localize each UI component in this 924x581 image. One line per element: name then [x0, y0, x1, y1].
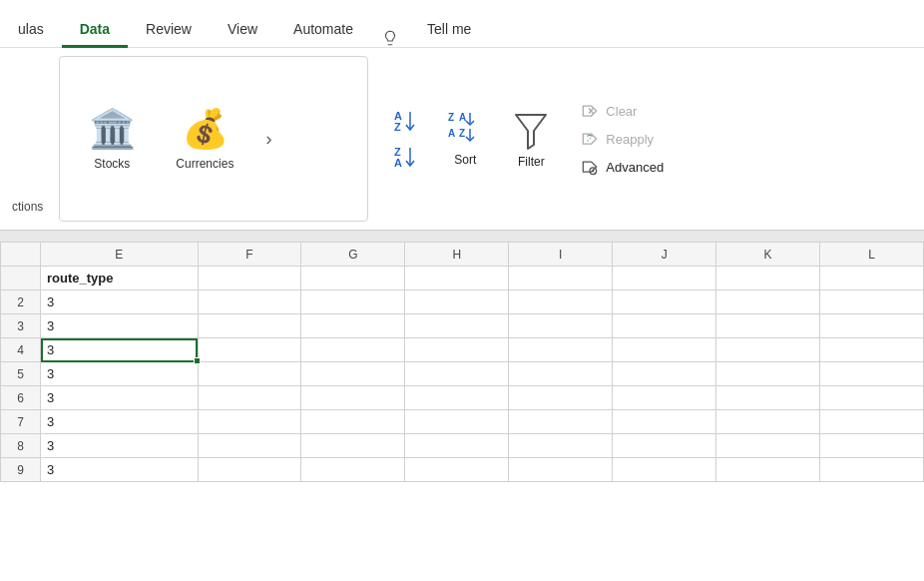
cell-5-7[interactable]	[820, 362, 924, 386]
cell-8-4[interactable]	[509, 434, 613, 458]
tab-tellme[interactable]: Tell me	[409, 11, 489, 47]
row-header-3: 3	[1, 314, 41, 338]
cell-5-2[interactable]	[301, 362, 405, 386]
cell-4-5[interactable]	[613, 338, 716, 362]
cell-3-5[interactable]	[613, 314, 716, 338]
svg-text:Z: Z	[448, 112, 454, 123]
cell-3-4[interactable]	[509, 314, 613, 338]
cell-9-3[interactable]	[405, 458, 509, 482]
cell-8-2[interactable]	[301, 434, 405, 458]
tab-review[interactable]: Review	[128, 11, 210, 47]
cell-2-7[interactable]	[820, 290, 924, 314]
cell-2-3[interactable]	[405, 290, 509, 314]
cell-6-3[interactable]	[405, 386, 509, 410]
cell-7-2[interactable]	[301, 410, 405, 434]
cell-9-7[interactable]	[820, 458, 924, 482]
cell-3-2[interactable]	[301, 314, 405, 338]
cell-5-5[interactable]	[613, 362, 716, 386]
cell-9-5[interactable]	[613, 458, 716, 482]
cell-2-0[interactable]: 3	[41, 290, 199, 314]
col-header-i[interactable]: I	[509, 243, 613, 267]
cell-8-1[interactable]	[198, 434, 301, 458]
cell-7-7[interactable]	[820, 410, 924, 434]
cell-header-3[interactable]	[405, 267, 509, 290]
col-header-f[interactable]: F	[198, 243, 301, 267]
fill-handle[interactable]	[194, 357, 201, 364]
cell-4-1[interactable]	[198, 338, 301, 362]
cell-9-1[interactable]	[198, 458, 301, 482]
tab-automate[interactable]: Automate	[275, 11, 371, 47]
cell-5-4[interactable]	[509, 362, 613, 386]
filter-button[interactable]: Filter	[500, 99, 562, 179]
cell-header-5[interactable]	[613, 267, 716, 290]
cell-8-6[interactable]	[716, 434, 820, 458]
cell-4-7[interactable]	[820, 338, 924, 362]
clear-button[interactable]: Clear	[574, 99, 670, 123]
sort-button[interactable]: Z A A Z Sort	[438, 99, 492, 179]
cell-header-2[interactable]	[301, 267, 405, 290]
cell-3-0[interactable]: 3	[41, 314, 199, 338]
advanced-button[interactable]: Advanced	[574, 155, 670, 179]
col-header-k[interactable]: K	[716, 243, 820, 267]
cell-header-7[interactable]	[820, 267, 924, 290]
cell-8-3[interactable]	[405, 434, 509, 458]
cell-9-0[interactable]: 3	[41, 458, 199, 482]
cell-7-5[interactable]	[613, 410, 716, 434]
col-header-l[interactable]: L	[820, 243, 924, 267]
cell-4-6[interactable]	[716, 338, 820, 362]
cell-3-7[interactable]	[820, 314, 924, 338]
cell-3-6[interactable]	[716, 314, 820, 338]
cell-9-6[interactable]	[716, 458, 820, 482]
cell-2-1[interactable]	[198, 290, 301, 314]
cell-5-3[interactable]	[405, 362, 509, 386]
col-header-h[interactable]: H	[405, 243, 509, 267]
sort-za-button[interactable]: Z A	[388, 141, 430, 173]
cell-header-6[interactable]	[716, 267, 820, 290]
cell-2-5[interactable]	[613, 290, 716, 314]
currencies-button[interactable]: 💰 Currencies	[160, 99, 249, 179]
cell-4-0[interactable]: 3	[41, 338, 199, 362]
sort-az-button[interactable]: A Z	[388, 105, 430, 137]
cell-5-6[interactable]	[716, 362, 820, 386]
cell-7-1[interactable]	[198, 410, 301, 434]
cell-6-6[interactable]	[716, 386, 820, 410]
cell-6-7[interactable]	[820, 386, 924, 410]
tab-data[interactable]: Data	[62, 11, 128, 47]
cell-8-0[interactable]: 3	[41, 434, 199, 458]
tab-view[interactable]: View	[210, 11, 275, 47]
cell-5-1[interactable]	[198, 362, 301, 386]
cell-header-0[interactable]: route_type	[41, 267, 199, 290]
cell-9-2[interactable]	[301, 458, 405, 482]
cell-2-4[interactable]	[509, 290, 613, 314]
cell-5-0[interactable]: 3	[41, 362, 199, 386]
cell-7-0[interactable]: 3	[41, 410, 199, 434]
cell-2-6[interactable]	[716, 290, 820, 314]
col-header-g[interactable]: G	[301, 243, 405, 267]
cell-7-6[interactable]	[716, 410, 820, 434]
tab-formulas[interactable]: ulas	[0, 11, 62, 47]
col-header-j[interactable]: J	[613, 243, 716, 267]
cell-8-5[interactable]	[613, 434, 716, 458]
cell-9-4[interactable]	[509, 458, 613, 482]
cell-6-5[interactable]	[613, 386, 716, 410]
cell-6-1[interactable]	[198, 386, 301, 410]
stocks-button[interactable]: 🏛️ Stocks	[72, 99, 152, 179]
svg-text:Z: Z	[394, 121, 401, 133]
cell-6-2[interactable]	[301, 386, 405, 410]
more-datatypes-button[interactable]: ›	[257, 125, 279, 154]
cell-header-1[interactable]	[198, 267, 301, 290]
cell-7-3[interactable]	[405, 410, 509, 434]
cell-4-2[interactable]	[301, 338, 405, 362]
cell-4-3[interactable]	[405, 338, 509, 362]
cell-3-1[interactable]	[198, 314, 301, 338]
reapply-button[interactable]: Reapply	[574, 127, 670, 151]
cell-8-7[interactable]	[820, 434, 924, 458]
cell-6-0[interactable]: 3	[41, 386, 199, 410]
cell-4-4[interactable]	[509, 338, 613, 362]
cell-2-2[interactable]	[301, 290, 405, 314]
cell-3-3[interactable]	[405, 314, 509, 338]
col-header-e[interactable]: E	[41, 243, 199, 267]
cell-header-4[interactable]	[509, 267, 613, 290]
cell-6-4[interactable]	[509, 386, 613, 410]
cell-7-4[interactable]	[509, 410, 613, 434]
